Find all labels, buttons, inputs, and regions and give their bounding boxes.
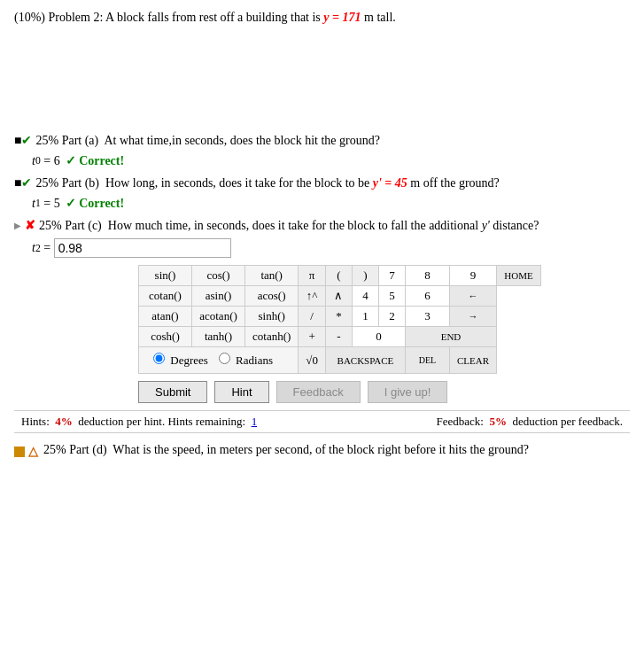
btn-up-caret[interactable]: ↑^	[299, 286, 326, 307]
btn-cotan[interactable]: cotan()	[139, 286, 192, 307]
problem-description: A block falls from rest off a building t…	[105, 11, 396, 24]
btn-rparen[interactable]: )	[352, 266, 378, 286]
spacer	[14, 25, 630, 131]
part-b-label: Part (b)	[62, 176, 99, 190]
y-value: 171	[343, 11, 361, 24]
calculator: sin() cos() tan() π ( ) 7 8 9 HOME cotan…	[138, 265, 630, 374]
problem-header: (10%) Problem 2: A block falls from rest…	[14, 11, 630, 25]
hints-remaining[interactable]: 1	[252, 415, 258, 428]
t2-input[interactable]	[54, 238, 231, 258]
y-var: y	[323, 11, 329, 24]
btn-clear[interactable]: CLEAR	[449, 347, 496, 374]
btn-del[interactable]: DEL	[405, 347, 449, 374]
part-a-row: ■ ✔ 25% Part (a) At what time,in seconds…	[14, 131, 630, 150]
part-b-square: ■	[14, 174, 21, 192]
btn-home[interactable]: HOME	[497, 266, 541, 286]
btn-divide[interactable]: /	[299, 307, 326, 327]
feedback-deduction: 5%	[489, 415, 507, 428]
t0-value: 6	[54, 154, 60, 168]
btn-4[interactable]: 4	[352, 286, 378, 307]
btn-backspace[interactable]: BACKSPACE	[325, 347, 405, 374]
btn-7[interactable]: 7	[378, 266, 405, 286]
part-a-text: 25% Part (a) At what time,in seconds, do…	[35, 131, 379, 150]
part-a-answer: t0 = 6 ✓ Correct!	[32, 153, 630, 168]
problem-number: (10%) Problem 2:	[14, 11, 103, 24]
btn-sinh[interactable]: sinh()	[245, 307, 299, 327]
y-equals: y = 171	[323, 11, 361, 24]
btn-right-arrow[interactable]: →	[449, 307, 496, 327]
btn-cotanh[interactable]: cotanh()	[245, 327, 299, 347]
btn-cos[interactable]: cos()	[192, 266, 245, 286]
y-prime-value: 45	[395, 176, 407, 190]
degrees-radio[interactable]	[153, 353, 165, 364]
hints-deduction: 4%	[55, 415, 73, 428]
part-d-warning: △	[28, 442, 38, 461]
part-c-container: ▶ ✘ 25% Part (c) How much time, in secon…	[14, 216, 630, 258]
radians-radio[interactable]	[219, 353, 230, 364]
give-up-button: I give up!	[368, 381, 448, 403]
radians-label[interactable]: Radians	[219, 353, 273, 368]
part-b-correct: ✓ Correct!	[66, 196, 125, 211]
t1-sub: 1	[35, 198, 41, 209]
btn-asin[interactable]: asin()	[192, 286, 245, 307]
part-c-row: ▶ ✘ 25% Part (c) How much time, in secon…	[14, 216, 630, 235]
degrees-label[interactable]: Degrees	[153, 353, 208, 368]
btn-3[interactable]: 3	[405, 307, 449, 327]
btn-plus[interactable]: +	[299, 327, 326, 347]
calc-row-1: sin() cos() tan() π ( ) 7 8 9 HOME	[139, 266, 541, 286]
btn-cosh[interactable]: cosh()	[139, 327, 192, 347]
part-a-check: ✔	[21, 131, 32, 150]
calc-row-4: cosh() tanh() cotanh() + - 0 END	[139, 327, 541, 347]
part-d-percent: 25%	[43, 443, 69, 456]
part-d-text: 25% Part (d) What is the speed, in meter…	[43, 440, 529, 459]
btn-acotan[interactable]: acotan()	[192, 307, 245, 327]
part-a-icons: ■ ✔	[14, 131, 34, 150]
btn-8[interactable]: 8	[405, 266, 449, 286]
part-d-icons: △	[14, 440, 42, 461]
radio-cell: Degrees Radians	[139, 347, 299, 374]
btn-left-arrow[interactable]: ←	[449, 286, 496, 307]
btn-1[interactable]: 1	[352, 307, 378, 327]
submit-button[interactable]: Submit	[138, 381, 207, 403]
btn-2[interactable]: 2	[378, 307, 405, 327]
part-b-answer: t1 = 5 ✓ Correct!	[32, 196, 630, 211]
btn-minus[interactable]: -	[325, 327, 352, 347]
part-d-label: Part (d)	[69, 443, 106, 456]
btn-6[interactable]: 6	[405, 286, 449, 307]
part-a-square: ■	[14, 131, 21, 150]
btn-atan[interactable]: atan()	[139, 307, 192, 327]
btn-pi[interactable]: π	[299, 266, 326, 286]
part-c-x: ✘	[25, 216, 35, 235]
hints-bar: Hints: 4% deduction per hint. Hints rema…	[14, 410, 630, 433]
hints-right: Feedback: 5% deduction per feedback.	[437, 415, 623, 429]
part-c-label: Part (c)	[65, 219, 102, 232]
calc-table: sin() cos() tan() π ( ) 7 8 9 HOME cotan…	[138, 265, 541, 374]
part-b-percent: 25%	[35, 176, 61, 190]
btn-end[interactable]: END	[405, 327, 496, 347]
btn-caret[interactable]: ∧	[325, 286, 352, 307]
btn-5[interactable]: 5	[378, 286, 405, 307]
part-b-container: ■ ✔ 25% Part (b) How long, in seconds, d…	[14, 174, 630, 211]
t0-sub: 0	[35, 155, 41, 167]
btn-sin[interactable]: sin()	[139, 266, 192, 286]
btn-sqrt[interactable]: √0	[299, 347, 326, 374]
btn-tanh[interactable]: tanh()	[192, 327, 245, 347]
btn-9[interactable]: 9	[449, 266, 496, 286]
hint-button[interactable]: Hint	[214, 381, 268, 403]
feedback-button: Feedback	[276, 381, 361, 403]
feedback-suffix: deduction per feedback.	[512, 415, 623, 428]
hints-label: Hints:	[21, 415, 50, 428]
part-b-row: ■ ✔ 25% Part (b) How long, in seconds, d…	[14, 174, 630, 192]
calc-row-3: atan() acotan() sinh() / * 1 2 3 →	[139, 307, 541, 327]
btn-lparen[interactable]: (	[325, 266, 352, 286]
btn-multiply[interactable]: *	[325, 307, 352, 327]
part-a-percent: 25%	[35, 134, 61, 147]
part-c-answer-row: t2 =	[32, 238, 630, 258]
btn-0[interactable]: 0	[352, 327, 405, 347]
calc-row-2: cotan() asin() acos() ↑^ ∧ 4 5 6 ←	[139, 286, 541, 307]
part-c-percent: 25%	[39, 219, 65, 232]
action-buttons: Submit Hint Feedback I give up!	[138, 381, 630, 403]
btn-tan[interactable]: tan()	[245, 266, 299, 286]
btn-acos[interactable]: acos()	[245, 286, 299, 307]
part-a-container: ■ ✔ 25% Part (a) At what time,in seconds…	[14, 131, 630, 168]
